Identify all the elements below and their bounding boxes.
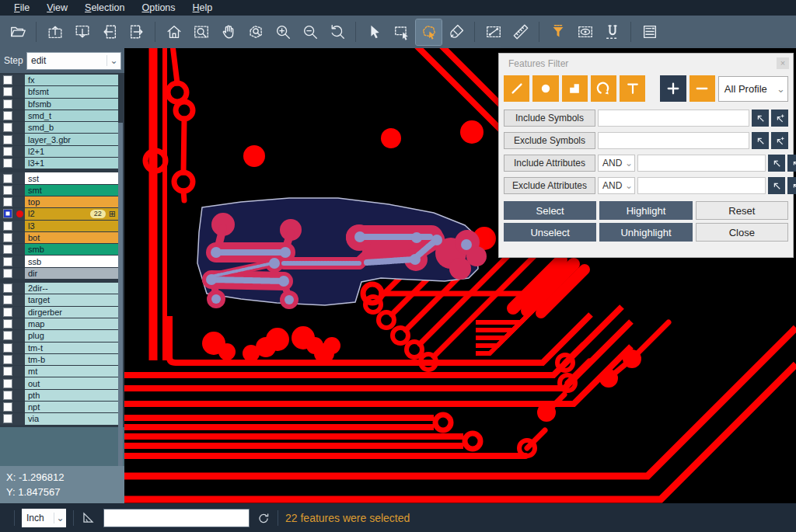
menu-file[interactable]: File: [6, 2, 37, 15]
layer-checkbox[interactable]: [0, 75, 15, 85]
layer-checkbox[interactable]: [0, 244, 15, 255]
layer-row-plug[interactable]: plug: [0, 330, 118, 341]
layer-active-indicator[interactable]: [15, 86, 25, 97]
layer-active-indicator[interactable]: [15, 307, 25, 318]
exclude-symbols-input[interactable]: [598, 132, 749, 149]
layer-row-target[interactable]: target: [0, 294, 118, 305]
rect-select-icon[interactable]: [389, 19, 414, 45]
pan-hand-icon[interactable]: [215, 19, 241, 45]
layer-row-dirgerber[interactable]: dirgerber: [0, 307, 118, 318]
menu-selection[interactable]: Selection: [77, 2, 132, 15]
layer-active-indicator[interactable]: [15, 354, 25, 365]
layer-checkbox[interactable]: [0, 196, 15, 207]
layer-name-cell[interactable]: target: [25, 294, 118, 305]
layer-name-cell[interactable]: layer_3.gbr: [25, 134, 118, 144]
layer-checkbox[interactable]: [0, 413, 15, 424]
pick-arrow-icon[interactable]: [768, 155, 785, 172]
layer-row-smd_b[interactable]: smd_b: [0, 122, 118, 133]
layer-checkbox[interactable]: [0, 330, 15, 341]
layer-checkbox[interactable]: [0, 318, 15, 329]
layer-name-cell[interactable]: pth: [25, 390, 118, 401]
layer-name-cell[interactable]: tm-t: [25, 342, 118, 353]
pad-feature-icon[interactable]: [532, 75, 558, 102]
layer-row-tm-t[interactable]: tm-t: [0, 342, 118, 353]
layer-checkbox[interactable]: [0, 377, 15, 388]
highlight-button[interactable]: Highlight: [599, 201, 692, 220]
layer-name-cell[interactable]: tm-b: [25, 354, 118, 365]
layer-checkbox[interactable]: [0, 283, 15, 294]
layer-row-map[interactable]: map: [0, 318, 118, 329]
close-button[interactable]: Close: [696, 223, 788, 242]
menu-options[interactable]: Options: [134, 2, 183, 15]
layer-name-cell[interactable]: l3: [25, 221, 118, 231]
layer-name-cell[interactable]: npt: [25, 402, 118, 412]
layer-name-cell[interactable]: smd_t: [25, 110, 118, 121]
layer-checkbox[interactable]: [0, 342, 15, 353]
overlay-eye-icon[interactable]: [572, 19, 598, 45]
layer-checkbox[interactable]: [0, 354, 15, 365]
layer-grid-icon[interactable]: ⊞: [109, 210, 116, 218]
layer-row-smb[interactable]: smb: [0, 244, 118, 255]
close-icon[interactable]: ×: [777, 57, 789, 69]
command-input[interactable]: [103, 509, 250, 527]
layer-active-indicator[interactable]: [15, 99, 25, 110]
line-feature-icon[interactable]: [504, 75, 529, 102]
remove-mode-icon[interactable]: [690, 75, 715, 102]
home-icon[interactable]: [161, 19, 187, 45]
layer-name-cell[interactable]: smd_b: [25, 122, 118, 133]
layer-row-bot[interactable]: bot: [0, 232, 118, 243]
layer-active-indicator[interactable]: [15, 221, 25, 231]
layer-name-cell[interactable]: out: [25, 377, 118, 388]
layer-name-cell[interactable]: l3+1: [25, 158, 118, 169]
layer-name-cell[interactable]: top: [25, 196, 118, 207]
layer-checkbox[interactable]: [0, 232, 15, 243]
include-attributes-input[interactable]: [637, 155, 766, 172]
exclude-attributes-input[interactable]: [637, 177, 766, 194]
include-attributes-and-select[interactable]: AND ⌄: [598, 155, 635, 172]
layer-active-indicator[interactable]: [15, 244, 25, 255]
pick-arrow-plus-icon[interactable]: [771, 132, 788, 149]
layer-row-via[interactable]: via: [0, 413, 118, 424]
layer-checkbox[interactable]: [0, 185, 15, 196]
layer-name-cell[interactable]: bfsmb: [25, 99, 118, 110]
layer-name-cell[interactable]: plug: [25, 330, 118, 341]
include-attributes-button[interactable]: Include Attributes: [504, 155, 595, 172]
reset-button[interactable]: Reset: [696, 201, 788, 220]
layer-checkbox[interactable]: [0, 86, 15, 97]
layer-checkbox[interactable]: [0, 390, 15, 401]
layer-name-cell[interactable]: dirgerber: [25, 307, 118, 318]
layer-active-indicator[interactable]: [15, 318, 25, 329]
layer-name-cell[interactable]: map: [25, 318, 118, 329]
pick-arrow-icon[interactable]: [752, 132, 769, 149]
measure-icon[interactable]: [480, 19, 506, 45]
layer-row-out[interactable]: out: [0, 377, 118, 388]
layer-row-l3+1[interactable]: l3+1: [0, 158, 118, 169]
nudge-right-icon[interactable]: [124, 19, 149, 45]
layer-name-cell[interactable]: mt: [25, 366, 118, 377]
unselect-button[interactable]: Unselect: [504, 223, 596, 242]
layer-name-cell[interactable]: l222⊞: [25, 208, 118, 219]
layer-checkbox[interactable]: [0, 221, 15, 231]
layer-active-indicator[interactable]: [15, 185, 25, 196]
pointer-icon[interactable]: [361, 19, 387, 45]
layer-checkbox[interactable]: [0, 158, 15, 169]
layer-name-cell[interactable]: dir: [25, 268, 118, 279]
layer-active-indicator[interactable]: [15, 122, 25, 133]
angle-measure-icon[interactable]: [81, 510, 96, 525]
layer-checkbox[interactable]: [0, 256, 15, 266]
surface-feature-icon[interactable]: [562, 75, 588, 102]
exclude-symbols-button[interactable]: Exclude Symbols: [504, 132, 595, 149]
pick-arrow-plus-icon[interactable]: [787, 155, 796, 172]
include-symbols-button[interactable]: Include Symbols: [504, 110, 595, 127]
ruler-icon[interactable]: [508, 19, 533, 45]
layer-checkbox[interactable]: [0, 208, 15, 219]
layer-active-indicator[interactable]: [15, 134, 25, 144]
layer-active-indicator[interactable]: [15, 377, 25, 388]
layer-active-indicator[interactable]: [15, 196, 25, 207]
layer-active-indicator[interactable]: [15, 172, 25, 183]
layer-active-indicator[interactable]: [15, 256, 25, 266]
zoom-previous-icon[interactable]: [324, 19, 350, 45]
layer-name-cell[interactable]: smb: [25, 244, 118, 255]
layer-active-indicator[interactable]: [15, 294, 25, 305]
add-mode-icon[interactable]: [660, 75, 686, 102]
